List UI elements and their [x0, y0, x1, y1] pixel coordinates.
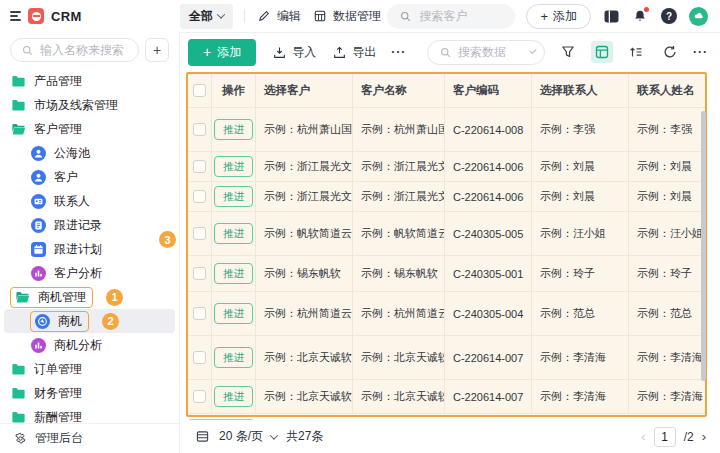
- select-all-cell: [188, 74, 212, 107]
- advance-button[interactable]: 推进: [214, 223, 253, 244]
- select-all-checkbox[interactable]: [193, 84, 206, 97]
- table-search: [427, 40, 545, 65]
- import-button[interactable]: 导入: [271, 44, 316, 61]
- sidebar-search: [10, 38, 139, 62]
- advance-button[interactable]: 推进: [214, 347, 253, 368]
- admin-backend-button[interactable]: 管理后台: [0, 423, 179, 453]
- add-record-button[interactable]: + 添加: [188, 39, 256, 66]
- row-checkbox-cell: [188, 256, 212, 291]
- global-add-button[interactable]: + 添加: [526, 4, 591, 29]
- edit-button[interactable]: 编辑: [256, 8, 301, 25]
- sidebar-item-customer-mgmt[interactable]: 客户管理: [4, 117, 175, 141]
- sidebar-item-label: 财务管理: [34, 385, 82, 402]
- sidebar-item-followup-records[interactable]: 跟进记录: [4, 213, 175, 237]
- view-toggle-button[interactable]: [591, 41, 613, 63]
- cell-customer-name: 示例：北京天诚软件...: [353, 380, 445, 413]
- cell-contact-name: 示例：范总: [629, 292, 705, 335]
- page-size-selector[interactable]: 20 条/页: [219, 428, 277, 445]
- cell-contact-name: 示例：刘晨: [629, 152, 705, 181]
- sidebar-item-order-mgmt[interactable]: 订单管理: [4, 357, 175, 381]
- table-list-icon[interactable]: [194, 429, 210, 445]
- sidebar-search-row: +: [0, 32, 179, 67]
- view-selector[interactable]: 全部: [180, 4, 233, 29]
- folder-icon: [10, 97, 26, 113]
- column-header: 选择客户: [256, 74, 353, 107]
- menu-icon[interactable]: [10, 11, 21, 21]
- table-row: 推进 示例：帆软简道云 示例：帆软简道云 C-240305-005 示例：汪小姐…: [188, 212, 705, 256]
- advance-button[interactable]: 推进: [214, 386, 253, 407]
- advance-button[interactable]: 推进: [214, 303, 253, 324]
- sidebar-item-product-mgmt[interactable]: 产品管理: [4, 69, 175, 93]
- row-checkbox[interactable]: [193, 307, 206, 320]
- table-row: 推进 示例：浙江晨光文具... 示例：浙江晨光文具... C-220614-00…: [188, 152, 705, 182]
- sidebar-item-contacts[interactable]: 联系人: [4, 189, 175, 213]
- toolbar-right: ···: [427, 40, 708, 65]
- sidebar-item-label: 产品管理: [34, 73, 82, 90]
- sidebar-item-label: 商机分析: [54, 337, 102, 354]
- filter-icon[interactable]: [557, 41, 579, 63]
- cell-contact-name: 示例：李强: [629, 108, 705, 151]
- cell-contact-name: 示例：汪小姐: [629, 212, 705, 255]
- sidebar-item-customer-analysis[interactable]: 客户分析: [4, 261, 175, 285]
- sidebar-item-opportunity[interactable]: 商机 2: [4, 309, 175, 333]
- sidebar-item-finance-mgmt[interactable]: 财务管理: [4, 381, 175, 405]
- sidebar-item-opportunity-analysis[interactable]: 商机分析: [4, 333, 175, 357]
- table-search-input[interactable]: [458, 45, 526, 59]
- column-header: 客户名称: [353, 74, 445, 107]
- row-height-icon[interactable]: [625, 41, 647, 63]
- row-checkbox[interactable]: [193, 227, 206, 240]
- row-checkbox[interactable]: [193, 390, 206, 403]
- row-checkbox[interactable]: [193, 351, 206, 364]
- sidebar-item-customers[interactable]: 客户: [4, 165, 175, 189]
- next-page-button[interactable]: ›: [702, 430, 706, 443]
- sidebar-item-label: 联系人: [54, 193, 90, 210]
- gear-icon: [12, 431, 28, 447]
- export-label: 导出: [352, 44, 376, 61]
- refresh-icon[interactable]: [659, 41, 681, 63]
- advance-button[interactable]: 推进: [214, 119, 253, 140]
- contact-card-icon: [30, 193, 46, 209]
- chevron-down-icon[interactable]: [529, 47, 536, 54]
- user-avatar[interactable]: [689, 7, 708, 26]
- global-search-input[interactable]: [419, 9, 505, 23]
- help-icon[interactable]: ?: [660, 7, 678, 25]
- advance-button[interactable]: 推进: [214, 186, 253, 207]
- sidebar-item-label: 订单管理: [34, 361, 82, 378]
- workbench-panel-icon[interactable]: [602, 7, 620, 25]
- advance-button[interactable]: 推进: [214, 156, 253, 177]
- data-table: 操作选择客户客户名称客户编码选择联系人联系人姓名 推进 示例：杭州萧山国际...…: [186, 72, 707, 417]
- folder-open-icon: [14, 289, 30, 305]
- cell-customer-name: 示例：浙江晨光文具...: [353, 152, 445, 181]
- pencil-icon: [256, 8, 272, 24]
- topbar: CRM 全部 编辑 数据管理 + 添加: [0, 0, 720, 32]
- row-checkbox[interactable]: [193, 160, 206, 173]
- folder-icon: [10, 361, 26, 377]
- sidebar: + 产品管理 市场及线索管理 客户管理 公海池 客户: [0, 32, 180, 453]
- cell-select-customer: 示例：北京天诚软件...: [256, 336, 353, 379]
- sidebar-search-input[interactable]: [40, 43, 130, 57]
- cell-select-contact: 示例：刘晨: [532, 152, 629, 181]
- prev-page-button[interactable]: ‹: [641, 430, 645, 443]
- sidebar-item-followup-plans[interactable]: 跟进计划: [4, 237, 175, 261]
- cell-select-customer: 示例：帆软简道云: [256, 212, 353, 255]
- more-options-button[interactable]: ···: [693, 45, 708, 59]
- column-header: 操作: [212, 74, 256, 107]
- action-cell: 推进: [212, 380, 256, 413]
- advance-button[interactable]: 推进: [214, 263, 253, 284]
- table-row: 推进 示例：浙江晨光文具... 示例：浙江晨光文具... C-220614-00…: [188, 182, 705, 212]
- sidebar-item-public-pool[interactable]: 公海池: [4, 141, 175, 165]
- notification-bell-icon[interactable]: [631, 7, 649, 25]
- vertical-scrollbar[interactable]: [701, 111, 706, 381]
- row-checkbox[interactable]: [193, 123, 206, 136]
- export-button[interactable]: 导出: [331, 44, 376, 61]
- topbar-left: CRM: [0, 8, 180, 24]
- cell-customer-code: C-220614-006: [445, 182, 532, 211]
- sidebar-item-opportunity-mgmt[interactable]: 商机管理 1: [4, 285, 175, 309]
- toolbar-more-button[interactable]: ···: [391, 45, 406, 59]
- row-checkbox[interactable]: [193, 190, 206, 203]
- current-page-input[interactable]: 1: [654, 427, 676, 447]
- sidebar-add-button[interactable]: +: [145, 38, 169, 62]
- sidebar-item-market-leads-mgmt[interactable]: 市场及线索管理: [4, 93, 175, 117]
- data-manage-button[interactable]: 数据管理: [312, 8, 381, 25]
- row-checkbox[interactable]: [193, 267, 206, 280]
